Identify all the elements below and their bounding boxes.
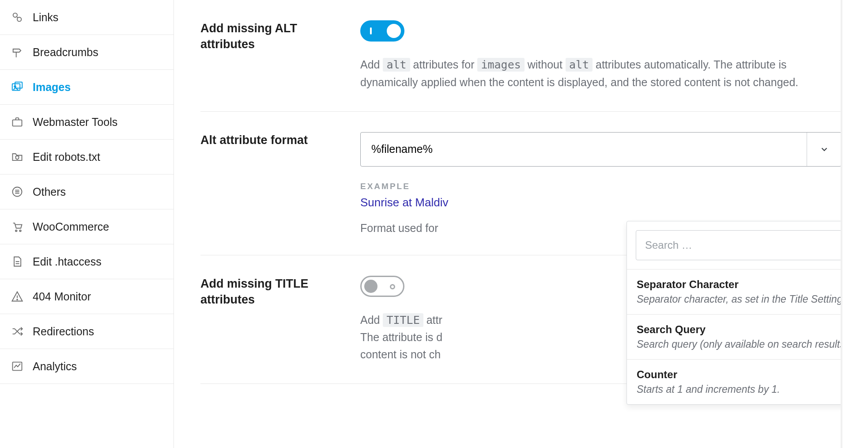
- sidebar-item-breadcrumbs[interactable]: Breadcrumbs: [0, 35, 174, 70]
- warning-icon: [11, 290, 24, 303]
- variable-item-desc: Search query (only available on search r…: [637, 338, 868, 350]
- toggle-alt[interactable]: [360, 20, 404, 42]
- svg-point-17: [17, 299, 18, 300]
- sidebar-item-label: Edit .htaccess: [33, 255, 102, 268]
- variable-search-input[interactable]: [636, 230, 868, 260]
- setting-row-alt: Add missing ALT attributes Add alt attri…: [200, 0, 842, 112]
- sidebar-item-woocommerce[interactable]: WooCommerce: [0, 209, 174, 244]
- toggle-title[interactable]: [360, 276, 404, 297]
- svg-rect-5: [15, 82, 22, 88]
- svg-point-12: [15, 230, 17, 232]
- settings-panel: Add missing ALT attributes Add alt attri…: [174, 0, 868, 448]
- vertical-scrollbar[interactable]: [841, 0, 868, 448]
- briefcase-icon: [11, 115, 24, 129]
- sidebar-item-others[interactable]: Others: [0, 175, 174, 209]
- setting-label: Add missing ALT attributes: [200, 20, 360, 91]
- sidebar-item-images[interactable]: Images: [0, 70, 174, 105]
- sidebar-item-links[interactable]: Links: [0, 0, 174, 35]
- svg-point-13: [19, 230, 21, 232]
- chevron-down-icon: [819, 144, 829, 154]
- folder-shield-icon: [11, 150, 24, 163]
- alt-format-input[interactable]: [361, 133, 807, 166]
- variable-item-title: Separator Character: [637, 278, 868, 291]
- sidebar-item-label: Edit robots.txt: [33, 151, 100, 163]
- svg-line-2: [17, 17, 18, 18]
- variable-item-desc: Separator character, as set in the Title…: [637, 293, 868, 305]
- sidebar-item-label: Analytics: [33, 360, 77, 373]
- variable-popover: Separator Character Separator character,…: [626, 221, 868, 405]
- variable-item-search-query[interactable]: Search Query Search query (only availabl…: [627, 314, 868, 359]
- setting-label: Add missing TITLE attributes: [200, 276, 360, 363]
- sidebar-item-analytics[interactable]: Analytics: [0, 349, 174, 384]
- link-icon: [11, 11, 24, 24]
- chart-icon: [11, 360, 24, 373]
- setting-label: Alt attribute format: [200, 132, 360, 235]
- image-icon: [11, 80, 24, 94]
- svg-rect-7: [13, 120, 22, 126]
- variable-item-counter[interactable]: Counter Starts at 1 and increments by 1.…: [627, 359, 868, 404]
- svg-point-1: [17, 17, 21, 21]
- file-icon: [11, 255, 24, 268]
- sidebar-item-label: Links: [33, 11, 58, 24]
- alt-format-field: [360, 132, 842, 167]
- svg-point-0: [13, 13, 17, 17]
- sidebar-item-label: Breadcrumbs: [33, 46, 98, 59]
- sidebar-item-label: Webmaster Tools: [33, 116, 117, 129]
- signpost-icon: [11, 46, 24, 59]
- sidebar-item-label: 404 Monitor: [33, 290, 91, 303]
- sidebar-item-webmaster-tools[interactable]: Webmaster Tools: [0, 105, 174, 140]
- variable-item-title: Counter: [637, 368, 868, 381]
- setting-description: Add alt attributes for images without al…: [360, 56, 842, 91]
- variable-item-desc: Starts at 1 and increments by 1.: [637, 383, 868, 395]
- alt-format-dropdown-button[interactable]: [807, 133, 841, 166]
- variable-item-title: Search Query: [637, 323, 868, 336]
- list-icon: [11, 185, 24, 198]
- sidebar-item-404-monitor[interactable]: 404 Monitor: [0, 279, 174, 314]
- cart-icon: [11, 220, 24, 233]
- sidebar-item-redirections[interactable]: Redirections: [0, 314, 174, 349]
- shuffle-icon: [11, 325, 24, 338]
- settings-sidebar: Links Breadcrumbs Images Webmaster Tools…: [0, 0, 174, 448]
- sidebar-item-label: Others: [33, 186, 66, 198]
- sidebar-item-edit-robots[interactable]: Edit robots.txt: [0, 140, 174, 175]
- sidebar-item-label: Redirections: [33, 325, 94, 338]
- sidebar-item-label: Images: [33, 81, 71, 94]
- example-label: EXAMPLE: [360, 182, 842, 191]
- sidebar-item-label: WooCommerce: [33, 220, 109, 233]
- sidebar-item-edit-htaccess[interactable]: Edit .htaccess: [0, 244, 174, 279]
- example-value: Sunrise at Maldiv: [360, 196, 842, 209]
- variable-item-separator[interactable]: Separator Character Separator character,…: [627, 269, 868, 314]
